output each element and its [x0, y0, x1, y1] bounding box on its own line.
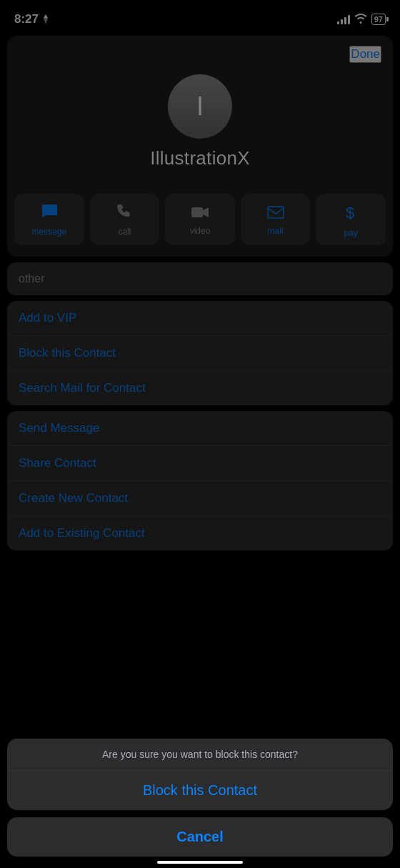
search-mail-label: Search Mail for Contact [19, 381, 146, 395]
mail-action-label: mail [268, 226, 284, 236]
add-existing-label: Add to Existing Contact [19, 526, 145, 540]
avatar-initial: I [196, 92, 204, 122]
svg-rect-0 [191, 207, 203, 217]
info-other-label: other [19, 272, 44, 285]
mail-action-button[interactable]: mail [241, 194, 311, 245]
send-message-label: Send Message [19, 421, 99, 435]
call-action-label: call [118, 227, 131, 237]
svg-text:$: $ [346, 204, 354, 221]
call-icon [116, 204, 132, 224]
create-new-item[interactable]: Create New Contact [7, 481, 393, 516]
done-button[interactable]: Done [349, 46, 381, 63]
contact-page: Done I IllustrationX message [7, 36, 393, 257]
status-time: 8:27 [14, 12, 50, 26]
contact-name: IllustrationX [150, 147, 250, 169]
message-action-label: message [31, 227, 66, 237]
battery-level: 97 [374, 15, 383, 24]
cancel-button[interactable]: Cancel [7, 817, 393, 857]
pay-icon: $ [344, 202, 357, 225]
send-message-item[interactable]: Send Message [7, 411, 393, 446]
block-contact-item[interactable]: Block this Contact [7, 336, 393, 371]
search-mail-item[interactable]: Search Mail for Contact [7, 371, 393, 405]
action-row: message call video [7, 184, 393, 257]
block-confirm-button[interactable]: Block this Contact [7, 771, 393, 810]
pay-action-label: pay [344, 228, 357, 238]
video-icon [191, 204, 209, 223]
time-display: 8:27 [14, 12, 39, 26]
video-action-label: video [190, 226, 211, 236]
status-bar: 8:27 97 [0, 0, 400, 36]
block-contact-label: Block this Contact [19, 346, 116, 360]
avatar: I [168, 74, 232, 139]
location-icon [41, 14, 50, 24]
add-vip-item[interactable]: Add to VIP [7, 301, 393, 336]
contact-header: I IllustrationX [7, 67, 393, 184]
call-action-button[interactable]: call [90, 194, 160, 245]
video-action-button[interactable]: video [165, 194, 235, 245]
share-contact-item[interactable]: Share Contact [7, 446, 393, 481]
svg-rect-1 [268, 207, 284, 218]
add-vip-label: Add to VIP [19, 311, 76, 325]
share-contact-label: Share Contact [19, 456, 96, 470]
list-section-2: Send Message Share Contact Create New Co… [7, 411, 393, 551]
message-action-button[interactable]: message [14, 194, 84, 245]
message-icon [41, 204, 58, 224]
signal-icon [337, 14, 350, 24]
pay-action-button[interactable]: $ pay [316, 194, 386, 245]
action-sheet-card: Are you sure you want to block this cont… [7, 739, 393, 810]
battery-icon: 97 [371, 14, 386, 25]
status-icons: 97 [337, 14, 386, 26]
info-section: other [7, 262, 393, 295]
create-new-label: Create New Contact [19, 491, 128, 505]
mail-icon [267, 204, 284, 223]
action-sheet-message: Are you sure you want to block this cont… [7, 739, 393, 771]
home-indicator [157, 861, 243, 864]
add-existing-item[interactable]: Add to Existing Contact [7, 516, 393, 551]
list-section-1: Add to VIP Block this Contact Search Mai… [7, 301, 393, 405]
top-bar: Done [7, 36, 393, 67]
wifi-icon [354, 14, 367, 26]
action-sheet: Are you sure you want to block this cont… [0, 739, 400, 868]
